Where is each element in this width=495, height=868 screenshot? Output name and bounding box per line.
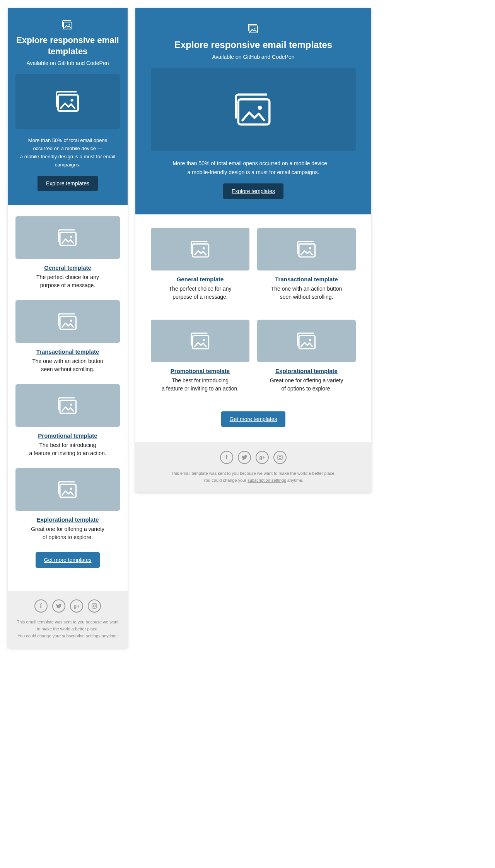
svg-point-18	[258, 106, 262, 110]
svg-rect-0	[63, 22, 72, 29]
svg-point-9	[70, 404, 72, 406]
hero-section: Explore responsive email templates Avail…	[8, 8, 128, 205]
svg-point-1	[69, 24, 70, 25]
image-icon	[232, 91, 275, 128]
card-title-link[interactable]: General template	[151, 276, 249, 282]
hero-logo-icon	[15, 19, 120, 30]
instagram-icon[interactable]	[273, 451, 287, 464]
card-description: The one with an action buttonseen withou…	[15, 357, 120, 373]
get-more-templates-button[interactable]: Get more templates	[36, 552, 100, 568]
facebook-icon[interactable]: f	[34, 599, 48, 613]
secondary-cta-row: Get more templates	[151, 411, 356, 438]
card-transactional: Transactional template The one with an a…	[257, 228, 356, 301]
email-template-mobile: Explore responsive email templates Avail…	[8, 8, 128, 648]
footer-text: This email template was sent to you beco…	[143, 470, 364, 484]
card-description: The one with an action buttonseen withou…	[257, 285, 356, 301]
social-icons-row: f g+	[15, 599, 120, 613]
cards-section: General template The perfect choice for …	[135, 214, 371, 442]
footer-text: This email template was sent to you beco…	[15, 619, 120, 639]
subscription-settings-link[interactable]: subscription settings	[62, 633, 101, 638]
card-image-placeholder	[15, 384, 120, 427]
hero-title: Explore responsive email templates	[15, 35, 120, 57]
image-icon	[189, 240, 211, 259]
image-icon	[57, 228, 79, 247]
subscription-settings-link[interactable]: subscription settings	[248, 478, 286, 483]
image-icon	[296, 331, 317, 351]
card-description: The perfect choice for anypurpose of a m…	[15, 273, 120, 289]
footer: f g+ This email template was sent to you…	[8, 591, 128, 648]
instagram-icon[interactable]	[88, 599, 101, 613]
get-more-templates-button[interactable]: Get more templates	[221, 411, 286, 427]
google-plus-icon[interactable]: g+	[70, 599, 83, 613]
google-plus-icon[interactable]: g+	[256, 451, 269, 464]
image-icon	[57, 480, 79, 499]
social-icons-row: f g+	[143, 451, 364, 464]
card-promotional: Promotional template The best for introd…	[15, 384, 120, 457]
hero-logo-icon	[151, 23, 356, 34]
explore-templates-button[interactable]: Explore templates	[223, 183, 283, 199]
facebook-icon[interactable]: f	[220, 451, 233, 464]
card-promotional: Promotional template The best for introd…	[151, 320, 249, 393]
card-title-link[interactable]: Transactional template	[257, 276, 356, 282]
image-icon	[296, 240, 317, 259]
email-template-desktop: Explore responsive email templates Avail…	[135, 8, 371, 492]
hero-section: Explore responsive email templates Avail…	[135, 8, 371, 214]
cards-section: General template The perfect choice for …	[8, 205, 128, 591]
card-title-link[interactable]: Transactional template	[15, 348, 120, 355]
svg-rect-12	[92, 604, 97, 608]
image-icon	[57, 396, 79, 415]
card-title-link[interactable]: Explorational template	[15, 516, 120, 523]
hero-image-placeholder	[151, 68, 356, 151]
svg-point-20	[203, 247, 205, 250]
card-description: Great one for offering a varietyof optio…	[257, 377, 356, 393]
hero-title: Explore responsive email templates	[151, 39, 356, 51]
svg-point-29	[281, 456, 282, 456]
card-image-placeholder	[15, 216, 120, 259]
card-description: The perfect choice for anypurpose of a m…	[151, 285, 249, 301]
svg-point-22	[309, 247, 311, 250]
card-title-link[interactable]: Promotional template	[151, 368, 249, 374]
svg-point-11	[70, 488, 72, 490]
secondary-cta-row: Get more templates	[15, 552, 120, 579]
svg-rect-27	[278, 455, 282, 460]
card-title-link[interactable]: General template	[15, 264, 120, 271]
cards-grid: General template The perfect choice for …	[151, 228, 356, 404]
svg-point-3	[71, 99, 73, 102]
svg-point-26	[309, 339, 311, 341]
hero-subtitle: Available on GitHub and CodePen	[15, 60, 120, 66]
card-title-link[interactable]: Promotional template	[15, 432, 120, 439]
card-image-placeholder	[15, 468, 120, 511]
card-image-placeholder	[257, 228, 356, 271]
twitter-icon[interactable]	[238, 451, 251, 464]
explore-templates-button[interactable]: Explore templates	[38, 176, 98, 191]
image-icon	[248, 23, 259, 34]
svg-point-14	[96, 604, 96, 605]
image-icon	[62, 19, 73, 30]
hero-image-placeholder	[15, 74, 120, 129]
hero-description: More than 50% of total email opens occur…	[151, 159, 356, 176]
svg-point-24	[203, 339, 205, 341]
card-description: The best for introducinga feature or inv…	[151, 377, 249, 393]
card-general: General template The perfect choice for …	[151, 228, 249, 301]
card-image-placeholder	[257, 320, 356, 362]
image-icon	[189, 331, 211, 351]
card-explorational: Explorational template Great one for off…	[15, 468, 120, 541]
card-description: The best for introducinga feature or inv…	[15, 441, 120, 457]
card-title-link[interactable]: Explorational template	[257, 368, 356, 374]
svg-point-28	[279, 456, 281, 458]
card-image-placeholder	[151, 320, 249, 362]
card-transactional: Transactional template The one with an a…	[15, 300, 120, 373]
footer: f g+ This email template was sent to you…	[135, 442, 371, 492]
twitter-icon[interactable]	[52, 599, 65, 613]
card-image-placeholder	[15, 300, 120, 343]
hero-description: More than 50% of total email opens occur…	[15, 137, 120, 169]
svg-rect-15	[249, 26, 258, 33]
card-explorational: Explorational template Great one for off…	[257, 320, 356, 393]
card-description: Great one for offering a varietyof optio…	[15, 525, 120, 541]
image-icon	[57, 312, 79, 331]
card-image-placeholder	[151, 228, 249, 271]
svg-point-13	[93, 605, 95, 607]
hero-subtitle: Available on GitHub and CodePen	[151, 54, 356, 60]
svg-point-5	[70, 236, 72, 238]
svg-point-7	[70, 320, 72, 322]
